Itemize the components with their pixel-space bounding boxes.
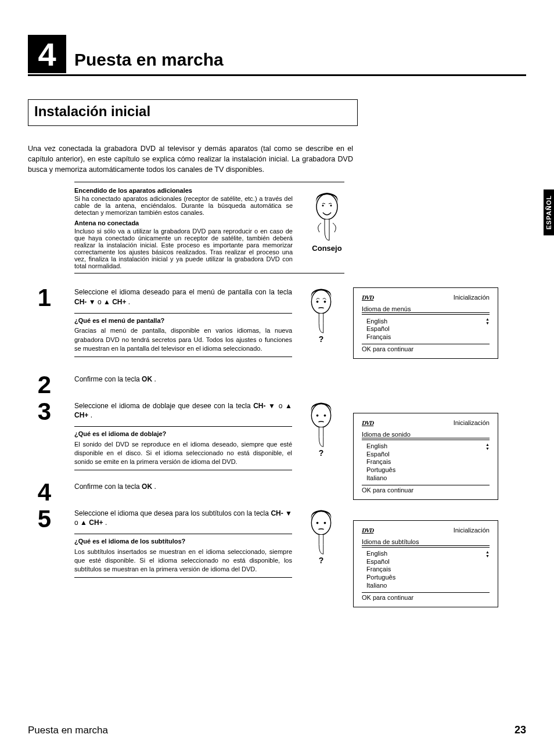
svg-point-6 — [311, 404, 330, 427]
updown-icon: ▲▼ — [485, 550, 490, 558]
screen-title: Inicialización — [454, 294, 490, 301]
svg-point-2 — [330, 205, 332, 207]
period: . — [105, 519, 107, 527]
chapter-title: Puesta en marcha — [74, 50, 224, 70]
svg-point-10 — [316, 521, 319, 524]
list-item: Português — [366, 574, 490, 582]
key-ch-minus: CH- — [74, 298, 87, 306]
list-item: Italiano — [366, 474, 490, 483]
dvd-logo-icon: DVD — [362, 419, 373, 426]
screen-label: Idioma de sonido — [362, 431, 490, 438]
up-arrow-icon: ▲ — [80, 519, 89, 527]
question-title: ¿Qué es el idioma de los subtítulos? — [74, 537, 292, 546]
svg-point-7 — [316, 414, 319, 416]
chapter-number: 4 — [28, 35, 66, 73]
step-1: 1 Seleccione el idioma deseado para el m… — [28, 287, 526, 357]
svg-point-11 — [324, 521, 326, 524]
dvd-logo-icon: DVD — [362, 527, 373, 534]
down-arrow-icon: ▼ — [265, 402, 276, 410]
or-text: o — [98, 298, 103, 306]
question-box: ¿Qué es el menú de pantalla? Gracias al … — [74, 313, 292, 357]
period: . — [154, 483, 156, 491]
list-item: Français — [366, 566, 490, 574]
step-number: 3 — [22, 398, 51, 426]
key-ch-plus: CH+ — [112, 298, 126, 306]
question-title: ¿Qué es el idioma de doblaje? — [74, 430, 292, 438]
tip-para-1: Si ha conectado aparatos adicionales (re… — [74, 195, 293, 216]
section-heading-box: Instalación inicial — [28, 99, 358, 126]
key-ok: OK — [142, 483, 152, 491]
tip-heading-1: Encendido de los aparatos adicionales — [74, 187, 293, 194]
tip-label: Consejo — [307, 244, 347, 253]
footer-title: Puesta en marcha — [28, 725, 108, 736]
question-icon: ? — [301, 285, 341, 344]
screen-title: Inicialización — [454, 419, 490, 426]
svg-point-3 — [311, 290, 330, 314]
or-text: o — [74, 519, 80, 527]
list-item: English — [366, 442, 387, 451]
step-2: 2 Confirme con la tecla OK . — [28, 375, 526, 398]
screen-footer: OK para continuar — [362, 594, 490, 601]
step-number: 5 — [22, 505, 51, 533]
question-box: ¿Qué es el idioma de doblaje? El sonido … — [74, 426, 292, 470]
step-5: 5 Seleccione el idioma que desea para lo… — [28, 509, 526, 578]
down-arrow-icon: ▼ — [87, 298, 95, 306]
or-text: o — [279, 402, 285, 410]
step-text: Seleccione el idioma que desea para los … — [74, 509, 271, 517]
question-answer: El sonido del DVD se reproduce en el idi… — [74, 441, 292, 466]
language-tab: ESPAÑOL — [544, 189, 554, 235]
step-number: 2 — [22, 371, 51, 399]
screen-title: Inicialización — [454, 527, 490, 534]
question-box: ¿Qué es el idioma de los subtítulos? Los… — [74, 534, 292, 578]
list-item: Português — [366, 466, 490, 474]
osd-screen-menu-language: DVD Inicialización Idioma de menús Engli… — [353, 287, 498, 359]
question-answer: Los subtítulos insertados se muestran en… — [74, 548, 292, 573]
screen-footer: OK para continuar — [362, 345, 490, 352]
screen-label: Idioma de menús — [362, 305, 490, 312]
svg-point-9 — [311, 511, 330, 535]
key-ch-minus: CH- — [253, 402, 265, 410]
step-text: Confirme con la tecla — [74, 375, 142, 383]
key-ch-plus: CH+ — [89, 519, 103, 527]
period: . — [91, 411, 92, 419]
up-arrow-icon: ▲ — [103, 298, 112, 306]
osd-screen-subtitle-language: DVD Inicialización Idioma de subtítulos … — [353, 520, 498, 607]
chapter-header: 4 Puesta en marcha — [28, 35, 526, 76]
list-item: Español — [366, 325, 490, 333]
key-ok: OK — [142, 375, 152, 383]
updown-icon: ▲▼ — [485, 317, 490, 325]
tip-heading-2: Antena no conectada — [74, 219, 293, 226]
question-mark-icon: ? — [301, 556, 341, 565]
screen-label: Idioma de subtítulos — [362, 538, 490, 545]
page-footer: Puesta en marcha 23 — [28, 724, 526, 736]
list-item: Français — [366, 458, 490, 466]
list-item: English — [366, 550, 387, 558]
step-text: Seleccione el idioma deseado para el men… — [74, 288, 292, 296]
down-arrow-icon: ▼ — [283, 509, 292, 517]
list-item: Español — [366, 558, 490, 566]
step-3: 3 Seleccione el idioma de doblaje que de… — [28, 401, 526, 470]
svg-point-0 — [316, 194, 337, 219]
question-mark-icon: ? — [301, 448, 341, 458]
face-icon — [311, 189, 343, 242]
up-arrow-icon: ▲ — [285, 402, 292, 410]
step-text: Seleccione el idioma de doblaje que dese… — [74, 402, 253, 410]
page-number: 23 — [515, 724, 526, 736]
section-title: Instalación inicial — [34, 103, 351, 120]
intro-paragraph: Una vez conectada la grabadora DVD al te… — [28, 143, 353, 175]
tip-box: Encendido de los aparatos adicionales Si… — [74, 182, 344, 273]
dvd-logo-icon: DVD — [362, 294, 373, 301]
tip-icon: Consejo — [307, 189, 347, 253]
svg-point-1 — [322, 205, 324, 207]
question-icon: ? — [301, 399, 341, 458]
tip-para-2: Incluso si sólo va a utilizar la grabado… — [74, 228, 293, 269]
svg-point-5 — [324, 301, 326, 303]
period: . — [128, 298, 130, 306]
question-icon: ? — [301, 506, 341, 565]
question-mark-icon: ? — [301, 334, 341, 344]
question-title: ¿Qué es el menú de pantalla? — [74, 316, 292, 325]
key-ch-minus: CH- — [271, 509, 283, 517]
step-number: 1 — [22, 284, 51, 312]
screen-list: English▲▼ Español Français Português Ita… — [362, 547, 490, 593]
list-item: Français — [366, 333, 490, 341]
